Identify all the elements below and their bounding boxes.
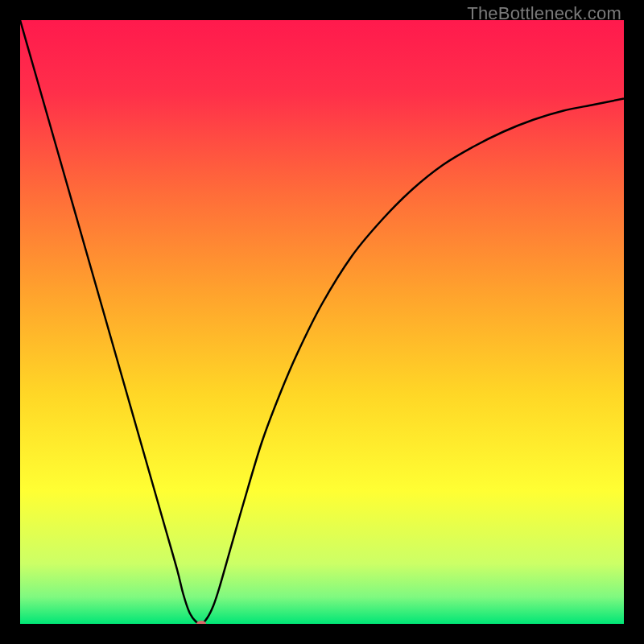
watermark-text: TheBottleneck.com xyxy=(467,3,621,24)
chart-svg xyxy=(20,20,624,624)
chart-frame xyxy=(20,20,624,624)
chart-background-gradient xyxy=(20,20,624,624)
